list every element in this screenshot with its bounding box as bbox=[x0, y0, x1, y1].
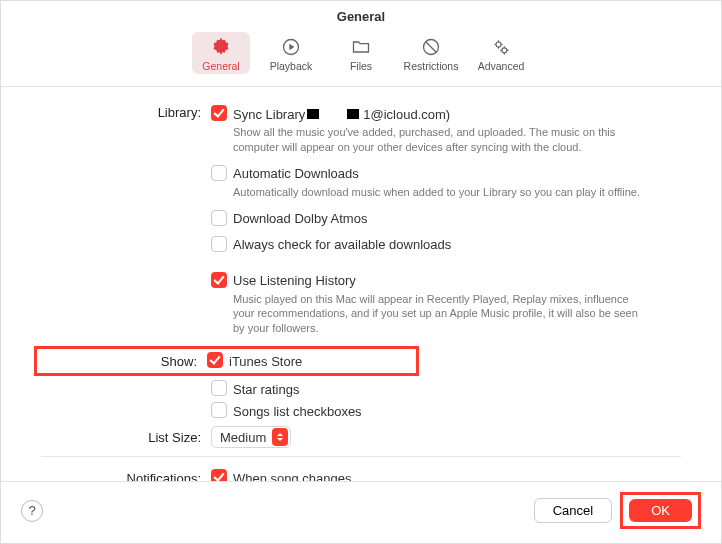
list-size-value: Medium bbox=[220, 430, 272, 445]
double-gear-icon bbox=[490, 36, 512, 58]
tab-label: Restrictions bbox=[404, 60, 459, 72]
svg-point-4 bbox=[502, 48, 507, 53]
option-dolby-atmos[interactable]: Download Dolby Atmos bbox=[211, 208, 681, 230]
option-sync-library[interactable]: Sync Library 1@icloud.com) bbox=[211, 103, 681, 125]
checkbox-unchecked-icon[interactable] bbox=[211, 165, 227, 181]
preferences-window: General General Playback Files Restricti… bbox=[0, 0, 722, 544]
option-auto-downloads[interactable]: Automatic Downloads bbox=[211, 163, 681, 185]
ok-button[interactable]: OK bbox=[629, 499, 692, 522]
tab-label: Playback bbox=[270, 60, 313, 72]
chevron-up-down-icon bbox=[272, 428, 288, 446]
annotation-highlight-show: Show: iTunes Store bbox=[34, 346, 419, 376]
help-label: ? bbox=[28, 503, 35, 518]
folder-icon bbox=[350, 36, 372, 58]
section-label-list-size: List Size: bbox=[41, 430, 211, 445]
preferences-content: Library: Sync Library 1@icloud.com) Show… bbox=[1, 87, 721, 481]
tab-restrictions[interactable]: Restrictions bbox=[402, 32, 460, 74]
option-itunes-store[interactable]: iTunes Store bbox=[207, 351, 302, 371]
option-listening-history[interactable]: Use Listening History bbox=[211, 270, 681, 292]
preferences-toolbar: General Playback Files Restrictions Adva… bbox=[1, 28, 721, 87]
option-songs-checkboxes[interactable]: Songs list checkboxes bbox=[211, 400, 681, 422]
section-label-show: Show: bbox=[41, 354, 207, 369]
redacted-text bbox=[347, 109, 359, 119]
tab-playback[interactable]: Playback bbox=[262, 32, 320, 74]
divider bbox=[41, 456, 681, 457]
checkbox-unchecked-icon[interactable] bbox=[211, 236, 227, 252]
auto-downloads-label: Automatic Downloads bbox=[233, 166, 359, 181]
listening-history-description: Music played on this Mac will appear in … bbox=[211, 292, 651, 345]
check-downloads-label: Always check for available downloads bbox=[233, 237, 451, 252]
tab-files[interactable]: Files bbox=[332, 32, 390, 74]
list-size-select[interactable]: Medium bbox=[211, 426, 291, 448]
checkbox-unchecked-icon[interactable] bbox=[211, 210, 227, 226]
tab-label: General bbox=[202, 60, 239, 72]
help-button[interactable]: ? bbox=[21, 500, 43, 522]
play-icon bbox=[280, 36, 302, 58]
window-title: General bbox=[1, 1, 721, 28]
tab-general[interactable]: General bbox=[192, 32, 250, 74]
sync-account-suffix: 1@icloud.com) bbox=[363, 107, 450, 122]
sync-description: Show all the music you've added, purchas… bbox=[211, 125, 641, 163]
songs-checkboxes-label: Songs list checkboxes bbox=[233, 404, 362, 419]
section-label-notifications: Notifications: bbox=[41, 471, 211, 481]
section-label-library: Library: bbox=[41, 103, 211, 120]
itunes-store-label: iTunes Store bbox=[229, 354, 302, 369]
option-check-downloads[interactable]: Always check for available downloads bbox=[211, 234, 681, 256]
star-ratings-label: Star ratings bbox=[233, 382, 299, 397]
tab-advanced[interactable]: Advanced bbox=[472, 32, 530, 74]
no-entry-icon bbox=[420, 36, 442, 58]
checkbox-unchecked-icon[interactable] bbox=[211, 380, 227, 396]
option-star-ratings[interactable]: Star ratings bbox=[211, 378, 681, 400]
checkbox-checked-icon[interactable] bbox=[207, 352, 223, 368]
footer: ? Cancel OK bbox=[1, 481, 721, 543]
sync-label-prefix: Sync Library bbox=[233, 107, 305, 122]
option-song-changes[interactable]: When song changes bbox=[211, 467, 681, 481]
checkbox-unchecked-icon[interactable] bbox=[211, 402, 227, 418]
checkbox-checked-icon[interactable] bbox=[211, 272, 227, 288]
cancel-button[interactable]: Cancel bbox=[534, 498, 612, 523]
svg-point-3 bbox=[496, 42, 501, 47]
redacted-text bbox=[307, 109, 319, 119]
tab-label: Files bbox=[350, 60, 372, 72]
song-changes-label: When song changes bbox=[233, 471, 352, 481]
checkbox-checked-icon[interactable] bbox=[211, 469, 227, 481]
checkbox-checked-icon[interactable] bbox=[211, 105, 227, 121]
listening-history-label: Use Listening History bbox=[233, 273, 356, 288]
gear-icon bbox=[210, 36, 232, 58]
annotation-highlight-ok: OK bbox=[620, 492, 701, 529]
dolby-label: Download Dolby Atmos bbox=[233, 211, 367, 226]
tab-label: Advanced bbox=[478, 60, 525, 72]
auto-downloads-description: Automatically download music when added … bbox=[211, 185, 641, 208]
